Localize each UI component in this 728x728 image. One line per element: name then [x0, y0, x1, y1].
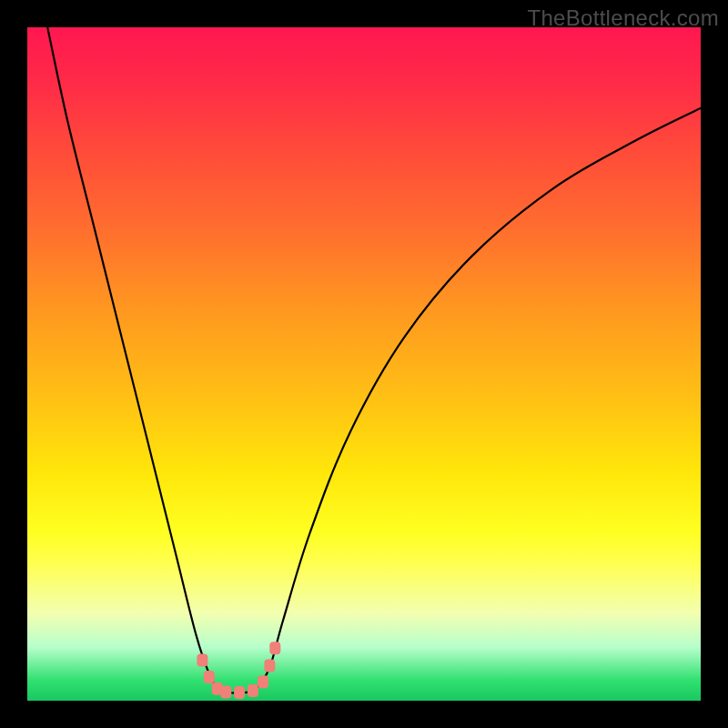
watermark-text: TheBottleneck.com [527, 5, 719, 31]
bottleneck-plot-svg [27, 27, 701, 701]
curve-marker [258, 675, 268, 688]
curve-marker [234, 686, 245, 699]
chart-frame: TheBottleneck.com [0, 0, 728, 728]
curve-markers [197, 642, 280, 699]
curve-marker [220, 685, 231, 698]
plot-area [27, 27, 701, 701]
curve-marker [197, 654, 207, 667]
curve-marker [248, 684, 258, 697]
curve-marker [269, 642, 280, 654]
bottleneck-curve-path [47, 27, 701, 693]
curve-marker [204, 671, 215, 683]
curve-marker [264, 660, 275, 672]
